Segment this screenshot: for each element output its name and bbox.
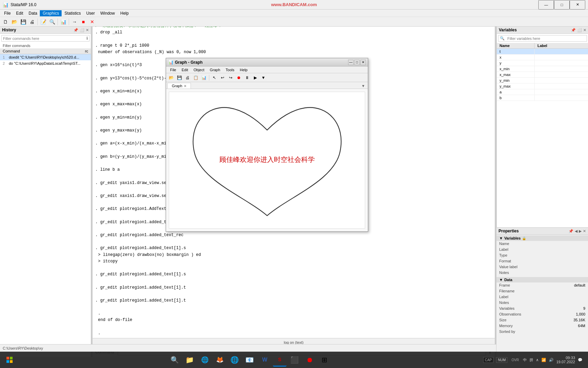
variable-row[interactable]: y_max [497,83,588,89]
graph-tb-open[interactable]: 📂 [167,74,175,81]
menu-help[interactable]: Help [117,10,131,16]
variable-row[interactable]: b [497,95,588,101]
tray-volume-icon[interactable]: 🔊 [549,358,554,362]
history-item[interactable]: 2 do "C:\Users\RY\AppData\Local\Temp\ST.… [0,60,91,66]
graph-restore-button[interactable]: □ [354,60,360,65]
toolbar-stop[interactable]: ■ [79,18,87,26]
taskbar-stata-icon[interactable]: S [273,353,287,367]
taskbar-apps-icon[interactable]: ⊞ [318,353,331,367]
variable-row[interactable]: a [497,89,588,95]
variable-row[interactable]: y [497,60,588,66]
menu-user[interactable]: User [83,10,97,16]
graph-menu-graph[interactable]: Graph [207,67,223,72]
toolbar-print[interactable]: 🖨 [28,18,36,26]
props-value [542,259,586,263]
notification-icon[interactable]: 💬 [578,358,583,362]
history-search-icon[interactable]: ℹ [85,35,89,41]
toolbar-log[interactable]: 📝 [39,18,47,26]
variable-row[interactable]: y_min [497,78,588,83]
history-dock-icon[interactable]: ⬜ [80,28,84,32]
toolbar-new[interactable]: 🗋 [1,18,10,26]
variables-dock-icon[interactable]: ⬜ [577,28,582,32]
props-nav-fwd[interactable]: ▶ [579,229,582,233]
taskbar-browser1-icon[interactable]: 🌐 [198,353,212,367]
menu-data[interactable]: Data [26,10,40,16]
tray-wifi-icon[interactable]: 📶 [541,358,546,362]
close-button[interactable]: ✕ [570,0,585,10]
variables-pin-icon[interactable]: 📌 [571,28,576,32]
graph-tb-save[interactable]: 💾 [176,74,183,81]
toolbar-save[interactable]: 💾 [19,18,27,26]
graph-menu-edit[interactable]: Edit [179,67,191,72]
history-search-input[interactable] [2,36,85,41]
graph-toolbar: 📂 💾 🖨 📋 📊 ↖ ↩ ↪ ⏺ ⏸ ▶ ▼ [166,73,368,82]
graph-scrolldown-icon[interactable]: ▼ [360,84,366,88]
variable-row[interactable]: x_min [497,66,588,72]
graph-tb-play[interactable]: ▶ [251,74,259,81]
graph-tb-redo[interactable]: ↪ [227,74,234,81]
menu-edit[interactable]: Edit [13,10,26,16]
taskbar-mail-icon[interactable]: 📧 [243,353,257,367]
graph-tb-copy[interactable]: 📋 [192,74,199,81]
tray-up-icon[interactable]: ∧ [536,358,539,362]
toolbar-graph[interactable]: 📊 [59,18,67,26]
taskbar-search-icon[interactable]: 🔍 [168,353,182,367]
menu-graphics[interactable]: Graphics [40,10,62,16]
menu-window[interactable]: Window [98,10,118,16]
graph-menu-file[interactable]: File [167,67,179,72]
props-key: Format [499,259,542,263]
graph-close-button[interactable]: ✕ [360,60,366,65]
taskbar-terminal-icon[interactable]: ⬛ [288,353,301,367]
variable-row[interactable]: x [497,55,588,60]
graph-tb-record[interactable]: ⏺ [235,74,243,81]
props-value [542,271,586,275]
result-line [95,239,492,245]
graph-menu-help[interactable]: Help [237,67,250,72]
graph-menu-object[interactable]: Object [191,67,207,72]
graph-tab-main[interactable]: Graph ✕ [167,83,191,89]
taskbar-start-button[interactable] [3,353,16,367]
tray-ime1[interactable]: 中 [523,357,527,363]
minimize-button[interactable]: — [538,0,554,10]
result-line: /* 亲爱的朋友: 恭喜你进入时空社会科学领域，加油！ ——顾佳峰*/ [95,27,492,29]
toolbar-viewer[interactable]: 🔍 [48,18,56,26]
props-value: 64M [542,324,586,328]
graph-menu-tools[interactable]: Tools [223,67,237,72]
props-row: Notes [496,300,588,306]
system-clock[interactable]: 09:33 19.07.2022 [556,356,575,364]
graph-tb-select[interactable]: ↖ [211,74,218,81]
graph-tb-dropdown[interactable]: ▼ [260,74,267,81]
graph-window[interactable]: 📊 Graph - Graph — □ ✕ File Edit Object G… [166,58,368,232]
taskbar-record-icon[interactable]: ⏺ [303,353,316,367]
variable-row[interactable]: t [497,49,588,55]
graph-tb-print[interactable]: 🖨 [184,74,191,81]
props-variables-title[interactable]: ▼ Variables 🔒 [496,235,588,241]
history-pin-icon[interactable]: 📌 [74,28,78,32]
toolbar-close-btn[interactable]: ✕ [88,18,96,26]
props-nav-back[interactable]: ◀ [575,229,577,233]
props-data-title[interactable]: ▼ Data [496,277,588,282]
taskbar-files-icon[interactable]: 📁 [183,353,197,367]
toolbar-open[interactable]: 📂 [10,18,18,26]
history-item[interactable]: 1 doedit "C:\Users\RY\Desktop\xy\ch520.d… [0,54,91,60]
maximize-button[interactable]: □ [554,0,570,10]
menu-statistics[interactable]: Statistics [62,10,83,16]
props-close-icon[interactable]: ✕ [583,229,586,233]
menu-file[interactable]: File [1,10,13,16]
props-pin-icon[interactable]: 📌 [569,229,573,233]
graph-tb-bar[interactable]: 📊 [200,74,208,81]
history-close-icon[interactable]: ✕ [86,28,89,32]
toolbar-arrow[interactable]: → [70,18,79,26]
taskbar-word-icon[interactable]: W [258,353,272,367]
graph-minimize-button[interactable]: — [348,60,354,65]
graph-tab-close-icon[interactable]: ✕ [184,84,186,88]
taskbar-edge-icon[interactable]: 🌐 [228,353,242,367]
variables-search-input[interactable] [506,36,587,41]
tray-ime2[interactable]: 拼 [529,357,533,363]
taskbar-firefox-icon[interactable]: 🦊 [213,353,227,367]
graph-tb-undo[interactable]: ↩ [219,74,226,81]
variables-close-icon[interactable]: ✕ [583,28,586,32]
variable-row[interactable]: x_max [497,72,588,78]
graph-tb-pause[interactable]: ⏸ [243,74,251,81]
props-value [542,242,586,246]
